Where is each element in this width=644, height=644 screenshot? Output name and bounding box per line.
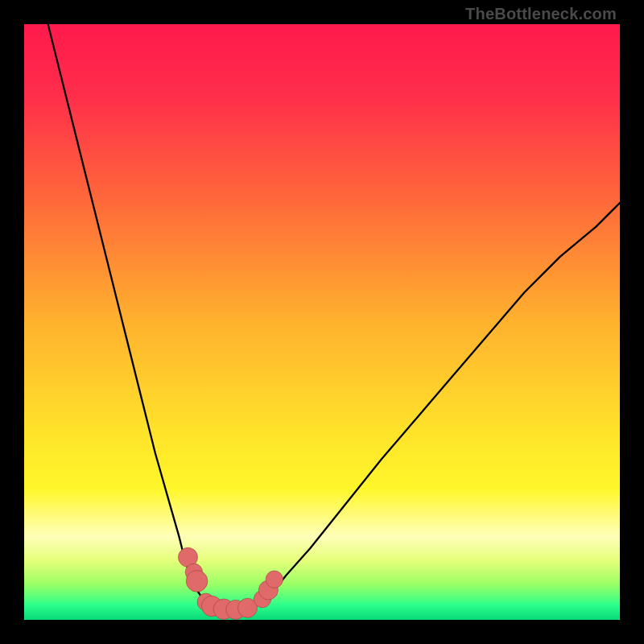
outer-frame: TheBottleneck.com [0, 0, 644, 644]
plot-area [24, 24, 620, 620]
chart-curves [24, 24, 620, 620]
data-marker [266, 571, 283, 588]
series-left_branch [48, 24, 215, 608]
series-right_branch [250, 203, 620, 608]
watermark-text: TheBottleneck.com [465, 5, 617, 23]
data-marker [186, 571, 208, 592]
